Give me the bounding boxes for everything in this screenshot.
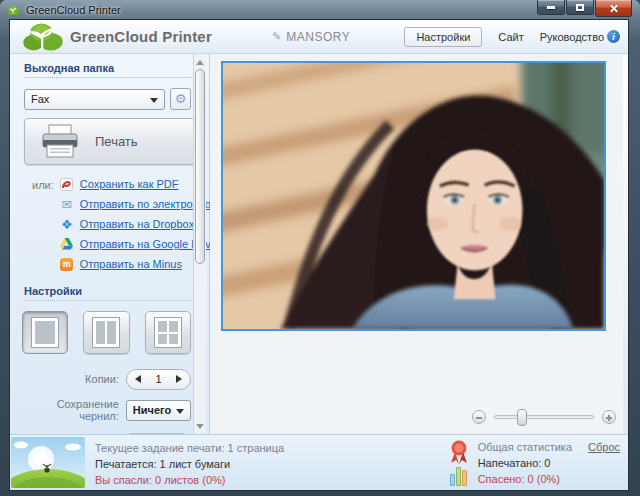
you-saved-text: Вы спасли: 0 листов (0%) (95, 472, 284, 488)
window-title: GreenCloud Printer (26, 4, 121, 16)
decrement-icon[interactable] (135, 375, 141, 383)
settings-button[interactable]: Настройки (404, 27, 482, 47)
scrollbar-thumb[interactable] (195, 69, 205, 264)
printer-icon (39, 123, 83, 161)
ink-saving-label: Сохранение чернил: (15, 398, 126, 422)
header-nav: Настройки Сайт Руководство i (404, 27, 620, 47)
layout-1up-icon (31, 317, 59, 348)
guide-link[interactable]: Руководство i (540, 30, 620, 43)
settings-section-title: Настройки (24, 285, 191, 297)
close-button[interactable] (595, 0, 632, 17)
print-button[interactable]: Печать (24, 118, 197, 165)
saved-count: Спасено: 0 (0%) (478, 471, 620, 487)
page-title: GreenCloud Printer (70, 28, 212, 45)
eco-hill-image (11, 437, 85, 488)
title-bar[interactable]: GreenCloud Printer (0, 0, 640, 20)
zoom-out-button[interactable] (472, 410, 486, 424)
pencil-icon: ✎ (272, 30, 281, 43)
increment-icon[interactable] (176, 375, 182, 383)
sidebar-scrollbar[interactable] (193, 54, 206, 434)
inner-edge (623, 54, 628, 434)
zoom-track[interactable] (494, 415, 594, 419)
layout-1up-button[interactable] (22, 311, 68, 354)
output-select[interactable]: Fax (24, 89, 165, 110)
divider (24, 77, 191, 78)
copies-stepper[interactable]: 1 (126, 369, 191, 390)
scroll-up-icon[interactable] (194, 56, 206, 68)
ink-saving-select[interactable]: Ничего (126, 400, 191, 421)
zoom-in-button[interactable] (602, 410, 616, 424)
app-icon (7, 5, 20, 16)
copies-label: Копии: (15, 373, 126, 385)
zoom-thumb[interactable] (517, 409, 527, 426)
maximize-icon (576, 4, 584, 11)
printer-name: MANSORY (286, 30, 350, 44)
minimize-button[interactable] (537, 0, 565, 15)
printed-count: Напечатано: 0 (478, 455, 620, 471)
ink-saving-value: Ничего (133, 404, 171, 416)
stats-title: Общая статистика (478, 439, 572, 455)
divider (24, 300, 191, 301)
greencloud-logo-icon (22, 22, 64, 52)
printer-name-field[interactable]: ✎ MANSORY (272, 30, 350, 44)
dropbox-icon: ❖ (60, 217, 74, 231)
app-window: GreenCloud Printer GreenCloud Printer ✎ … (0, 0, 640, 496)
layout-2up-icon (92, 317, 120, 348)
chevron-down-icon (150, 98, 158, 103)
info-icon: i (607, 30, 620, 43)
layout-options (22, 311, 191, 354)
printing-text: Печатается: 1 лист бумаги (95, 456, 284, 472)
reset-link[interactable]: Сброс (588, 439, 620, 455)
chevron-down-icon (176, 409, 184, 414)
maximize-button[interactable] (566, 0, 594, 15)
gear-icon: ⚙ (175, 91, 187, 106)
job-status: Текущее задание печати: 1 страница Печат… (85, 435, 284, 490)
scroll-down-icon[interactable] (194, 420, 206, 432)
minimize-icon (547, 6, 555, 9)
printer-settings-button[interactable]: ⚙ (170, 88, 191, 110)
zoom-slider (472, 410, 616, 424)
window-content: GreenCloud Printer ✎ MANSORY Настройки С… (10, 20, 628, 490)
preview-page-image[interactable] (221, 61, 606, 331)
sidebar: Выходная папка Fax ⚙ (10, 54, 210, 434)
print-button-label: Печать (95, 134, 138, 149)
minus-icon: m (60, 258, 73, 271)
bar-chart-icon (450, 466, 467, 486)
main-area: Выходная папка Fax ⚙ (10, 54, 628, 434)
app-header: GreenCloud Printer ✎ MANSORY Настройки С… (10, 20, 628, 54)
output-selected-value: Fax (31, 93, 49, 105)
copies-value: 1 (155, 373, 161, 385)
layout-4up-button[interactable] (145, 311, 191, 354)
gdrive-icon (60, 237, 74, 251)
portrait-photo (223, 63, 604, 329)
site-link[interactable]: Сайт (498, 31, 523, 43)
output-section-title: Выходная папка (24, 62, 191, 74)
close-icon (609, 4, 618, 13)
print-preview-area (210, 54, 628, 434)
layout-4up-icon (154, 317, 182, 348)
award-ribbon-icon (449, 440, 469, 464)
or-label: или: (32, 179, 54, 271)
window-controls (536, 0, 632, 17)
layout-2up-button[interactable] (83, 311, 129, 354)
current-job-text: Текущее задание печати: 1 страница (95, 440, 284, 456)
pdf-icon (60, 177, 74, 191)
global-stats: Общая статистика Сброс Напечатано: 0 Спа… (449, 439, 620, 487)
email-icon: ✉ (60, 197, 74, 211)
status-bar: Текущее задание печати: 1 страница Печат… (10, 434, 628, 490)
